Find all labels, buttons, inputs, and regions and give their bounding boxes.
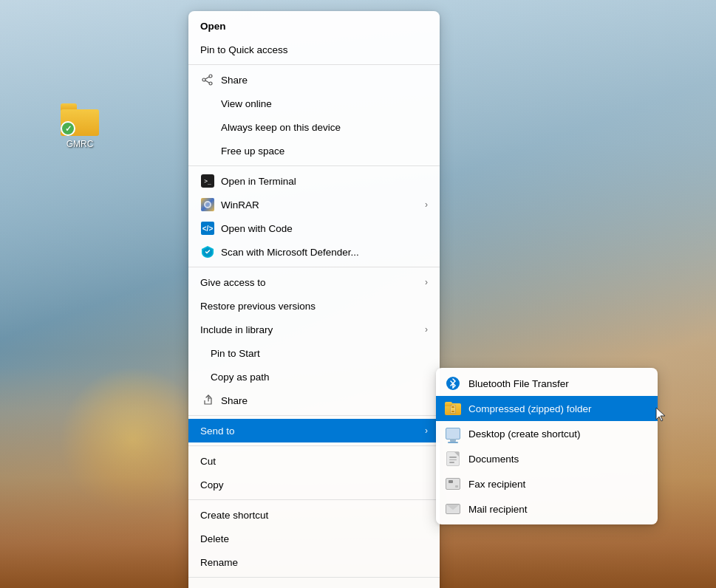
menu-item-properties[interactable]: Properties [188,581,440,588]
separator-4 [188,415,440,416]
svg-line-3 [205,77,209,79]
send-to-arrow-icon: › [425,425,428,436]
separator-2 [188,165,440,166]
context-menu: Open Pin to Quick access Share View onli… [188,11,440,588]
submenu-item-fax[interactable]: Fax recipient [436,471,658,496]
svg-line-4 [205,81,209,83]
menu-item-defender[interactable]: Scan with Microsoft Defender... [188,240,440,264]
bluetooth-icon [445,375,461,392]
menu-item-terminal[interactable]: >_ Open in Terminal [188,169,440,193]
menu-item-open[interactable]: Open [188,14,440,38]
menu-item-share2[interactable]: Share [188,389,440,412]
include-library-arrow-icon: › [425,324,428,335]
menu-item-winrar[interactable]: WinRAR › [188,193,440,216]
give-access-arrow-icon: › [425,277,428,287]
menu-item-restore[interactable]: Restore previous versions [188,294,440,318]
menu-item-give-access[interactable]: Give access to › [188,270,440,294]
desktop-icon-submenu [445,425,461,442]
submenu-item-compressed[interactable]: Compressed (zipped) folder [436,396,658,421]
menu-item-share[interactable]: Share [188,68,440,92]
menu-item-copy[interactable]: Copy [188,473,440,496]
vscode-icon: </> [200,221,215,236]
send-to-submenu: Bluetooth File Transfer Compressed (zipp… [436,368,658,524]
mail-icon [445,501,461,517]
separator-3 [188,267,440,267]
separator-1 [188,64,440,65]
share-icon [200,72,215,87]
svg-point-2 [202,78,205,81]
winrar-arrow-icon: › [425,199,428,210]
submenu-item-bluetooth[interactable]: Bluetooth File Transfer [436,371,658,396]
submenu-item-mail[interactable]: Mail recipient [436,496,658,522]
menu-item-vscode[interactable]: </> Open with Code [188,216,440,240]
menu-item-include-library[interactable]: Include in library › [188,318,440,341]
menu-item-copy-path[interactable]: Copy as path [188,365,440,389]
menu-item-send-to[interactable]: Send to › [188,419,440,442]
winrar-icon [200,197,215,212]
menu-item-cut[interactable]: Cut [188,449,440,473]
menu-item-create-shortcut[interactable]: Create shortcut [188,503,440,527]
zip-folder-icon [445,400,461,417]
menu-item-pin-quick[interactable]: Pin to Quick access [188,38,440,61]
cursor-icon [655,406,669,424]
desktop-icon-label: GMRC [67,139,94,149]
separator-7 [188,577,440,578]
defender-icon [200,245,215,259]
menu-item-view-online[interactable]: View online [188,92,440,115]
folder-check-badge: ✓ [61,121,75,136]
desktop-icon-gmrc[interactable]: ✓ GMRC [50,103,109,149]
menu-item-delete[interactable]: Delete [188,527,440,550]
submenu-item-desktop[interactable]: Desktop (create shortcut) [436,421,658,446]
separator-6 [188,499,440,500]
svg-point-0 [209,75,212,78]
menu-item-pin-start[interactable]: Pin to Start [188,341,440,365]
terminal-icon: >_ [200,174,215,188]
submenu-item-documents[interactable]: Documents [436,446,658,471]
fax-icon [445,476,461,492]
documents-icon [445,451,461,467]
menu-item-rename[interactable]: Rename [188,550,440,574]
separator-5 [188,445,440,446]
folder-icon: ✓ [61,103,99,136]
share2-icon [200,393,215,408]
menu-item-free-up[interactable]: Free up space [188,139,440,163]
menu-item-always-keep[interactable]: Always keep on this device [188,115,440,139]
svg-point-1 [209,82,212,85]
